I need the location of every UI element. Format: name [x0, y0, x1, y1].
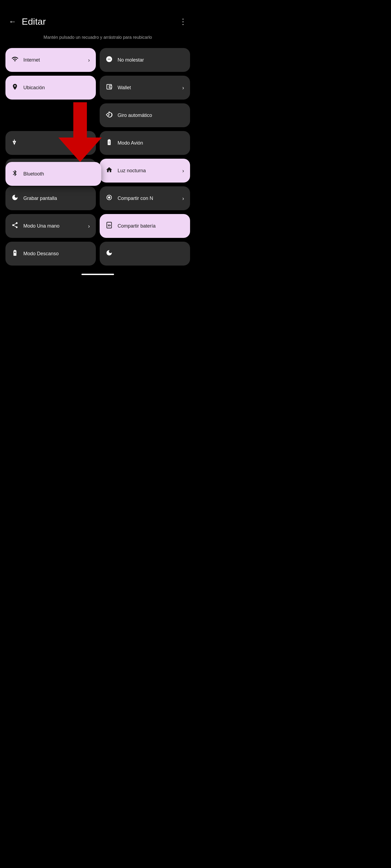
luz-nocturna-label: Grabar pantalla	[23, 195, 90, 201]
header: ← Editar ⋮	[0, 0, 196, 32]
record-icon	[106, 194, 113, 203]
wallet-chevron: ›	[182, 85, 184, 91]
internet-label: Internet	[23, 57, 83, 63]
battery-share-icon	[11, 249, 19, 258]
tile-ahorro-bateria[interactable]: Modo Avión	[100, 131, 190, 155]
compartir-bateria-label: Modo Descanso	[23, 251, 90, 257]
share-icon	[11, 222, 19, 230]
home-indicator	[81, 274, 114, 275]
tile-giro-automatico[interactable]: Giro automático	[100, 103, 190, 127]
header-left: ← Editar	[9, 16, 46, 27]
ubicacion-label: Ubicación	[23, 85, 90, 91]
rotate-icon	[106, 111, 113, 120]
moon-icon	[11, 194, 19, 203]
tile-linterna-real[interactable]	[5, 131, 96, 155]
tile-modo-descanso[interactable]	[100, 242, 190, 266]
tile-no-molestar[interactable]: No molestar	[100, 48, 190, 72]
sleep-icon	[106, 249, 113, 258]
giro-automatico-label: Giro automático	[118, 113, 184, 118]
compartir-n-label: Modo Una mano	[23, 223, 83, 229]
internet-chevron: ›	[88, 57, 90, 63]
tile-grabar-pantalla[interactable]: Compartir con N ›	[100, 186, 190, 210]
location-icon	[11, 83, 19, 92]
grabar-pantalla-chevron: ›	[182, 195, 184, 202]
bottom-bar	[0, 266, 196, 280]
no-molestar-label: No molestar	[118, 57, 184, 63]
compartir-n-chevron: ›	[88, 223, 90, 229]
svg-point-0	[110, 86, 111, 87]
grabar-pantalla-label: Compartir con N	[118, 195, 177, 201]
svg-rect-3	[107, 222, 111, 228]
inicio-label: Luz nocturna	[118, 168, 177, 174]
modo-una-mano-label: Compartir batería	[118, 223, 184, 229]
more-options-button[interactable]: ⋮	[179, 17, 187, 26]
back-button[interactable]: ←	[9, 18, 16, 26]
bluetooth-icon	[11, 169, 19, 178]
battery-saver-icon	[106, 138, 113, 147]
home-icon	[106, 166, 113, 175]
wallet-icon	[106, 83, 113, 92]
bluetooth-label: Bluetooth	[23, 171, 95, 177]
tile-compartir-bateria[interactable]: Modo Descanso	[5, 242, 96, 266]
page-title: Editar	[22, 16, 46, 27]
tile-ubicacion[interactable]: Ubicación	[5, 76, 96, 99]
subtitle-text: Mantén pulsado un recuadro y arrástralo …	[0, 32, 196, 48]
tile-inicio[interactable]: Luz nocturna ›	[100, 159, 190, 183]
wallet-label: Wallet	[118, 85, 177, 91]
inicio-chevron: ›	[182, 167, 184, 174]
page: ← Editar ⋮ Mantén pulsado un recuadro y …	[0, 0, 196, 280]
minus-circle-icon	[106, 56, 113, 64]
tile-wallet[interactable]: Wallet ›	[100, 76, 190, 99]
tile-compartir-n[interactable]: Modo Una mano ›	[5, 214, 96, 238]
ahorro-bateria-label: Modo Avión	[118, 140, 184, 146]
one-hand-icon	[106, 222, 113, 230]
tile-modo-una-mano[interactable]: Compartir batería	[100, 214, 190, 238]
flashlight-icon	[11, 138, 19, 147]
tile-bluetooth[interactable]: Bluetooth	[5, 162, 101, 186]
svg-point-2	[108, 196, 111, 199]
tile-luz-nocturna[interactable]: Grabar pantalla	[5, 186, 96, 210]
tiles-grid-wrapper: Internet › No molestar Ubicación	[0, 48, 196, 266]
tile-internet[interactable]: Internet ›	[5, 48, 96, 72]
tiles-grid: Internet › No molestar Ubicación	[0, 48, 196, 266]
wifi-icon	[11, 56, 19, 64]
